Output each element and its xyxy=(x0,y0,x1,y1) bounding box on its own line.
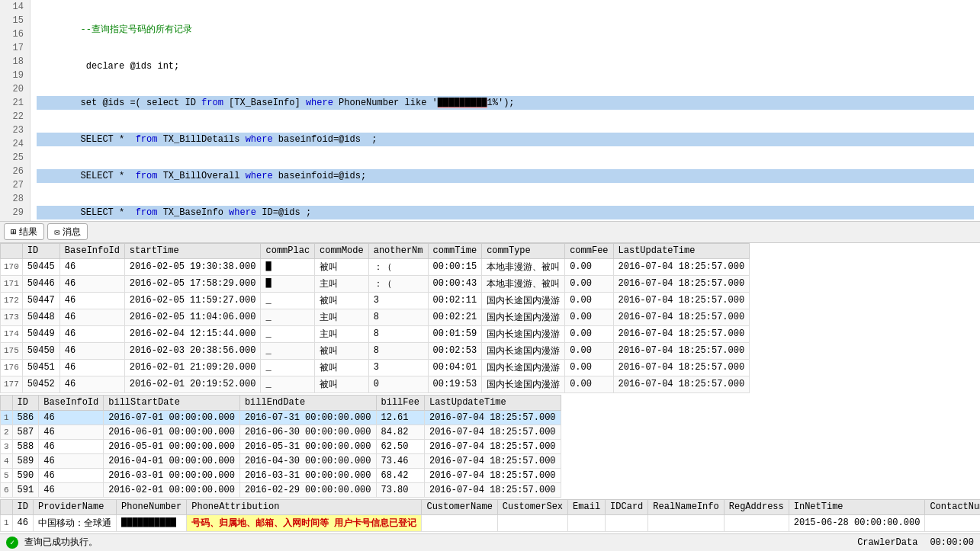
col-phonenumber[interactable]: PhoneNumber xyxy=(117,499,187,514)
col-billfee[interactable]: billFee xyxy=(376,395,424,410)
col-starttime[interactable]: startTime xyxy=(124,243,261,258)
col-email[interactable]: Email xyxy=(568,499,606,514)
status-bar: ✓ 查询已成功执行。 CrawlerData 00:00:00 xyxy=(0,533,980,551)
col-commtime[interactable]: commTime xyxy=(428,243,482,258)
table-icon: ⊞ xyxy=(11,226,16,238)
line-numbers: 14 15 16 17 18 19 20 21 22 23 24 25 26 2… xyxy=(0,0,31,221)
table-row[interactable]: 146中国移动：全球通██████████号码、归属地、邮箱、入网时间等 用户卡… xyxy=(1,514,981,531)
col-innettime[interactable]: InNetTime xyxy=(789,499,925,514)
tab-results[interactable]: ⊞ 结果 xyxy=(4,223,44,240)
table-row[interactable]: 17050445462016-02-05 19:30:38.000█被叫：（00… xyxy=(1,258,750,275)
code-content[interactable]: --查询指定号码的所有记录 declare @ids int; set @ids… xyxy=(31,0,980,221)
tables-area[interactable]: ID BaseInfoId startTime commPlac commMod… xyxy=(0,243,980,533)
message-icon: ✉ xyxy=(54,226,59,238)
table-row[interactable]: 17750452462016-02-01 20:19:52.000_被叫000:… xyxy=(1,376,750,392)
bill-table: ID BaseInfoId billStartDate billEndDate … xyxy=(0,395,561,498)
col-commtype[interactable]: commType xyxy=(482,243,565,258)
col-billstartdate[interactable]: billStartDate xyxy=(104,395,240,410)
col-anothernm[interactable]: anotherNm xyxy=(368,243,428,258)
table-row[interactable]: 1586462016-07-01 00:00:00.0002016-07-31 … xyxy=(1,410,561,424)
tab-bar: ⊞ 结果 ✉ 消息 xyxy=(0,222,980,243)
col-customername[interactable]: CustomerName xyxy=(422,499,497,514)
col-phoneattribution[interactable]: PhoneAttribution xyxy=(187,499,422,514)
baseinfo-table: ID ProviderName PhoneNumber PhoneAttribu… xyxy=(0,499,980,532)
table-row[interactable]: 17650451462016-02-01 21:09:20.000_被叫300:… xyxy=(1,359,750,376)
table-row[interactable]: 6591462016-02-01 00:00:00.0002016-02-29 … xyxy=(1,482,561,497)
col-baseinfoid[interactable]: BaseInfoId xyxy=(39,395,104,410)
code-scrollbar-h[interactable] xyxy=(0,221,980,222)
col-commfee[interactable]: commFee xyxy=(565,243,613,258)
table-row[interactable]: 17250447462016-02-05 11:59:27.000_被叫300:… xyxy=(1,292,750,309)
tab-messages[interactable]: ✉ 消息 xyxy=(47,223,88,240)
col-lastupdatetime[interactable]: LastUpdateTime xyxy=(424,395,561,410)
comm-table: ID BaseInfoId startTime commPlac commMod… xyxy=(0,243,750,393)
table-row[interactable]: 5590462016-03-01 00:00:00.0002016-03-31 … xyxy=(1,468,561,482)
tab-results-label: 结果 xyxy=(19,226,37,239)
code-editor: 14 15 16 17 18 19 20 21 22 23 24 25 26 2… xyxy=(0,0,980,222)
table-row[interactable]: 17150446462016-02-05 17:58:29.000█主叫：（00… xyxy=(1,275,750,292)
col-lastupdatetime[interactable]: LastUpdateTime xyxy=(613,243,750,258)
results-panel: ⊞ 结果 ✉ 消息 ID BaseInfoId startTime xyxy=(0,222,980,533)
col-contactnum[interactable]: ContactNum xyxy=(925,499,980,514)
table-row[interactable]: 4589462016-04-01 00:00:00.0002016-04-30 … xyxy=(1,453,561,468)
col-customersex[interactable]: CustomerSex xyxy=(497,499,567,514)
table-row[interactable]: 17450449462016-02-04 12:15:44.000_主叫800:… xyxy=(1,325,750,342)
col-billenddate[interactable]: billEndDate xyxy=(239,395,376,410)
col-realnameinfo[interactable]: RealNameInfo xyxy=(648,499,724,514)
col-id[interactable]: ID xyxy=(22,243,59,258)
status-message: 查询已成功执行。 xyxy=(24,536,98,549)
col-header xyxy=(1,395,13,410)
table-row[interactable]: 17550450462016-02-03 20:38:56.000_被叫800:… xyxy=(1,342,750,359)
app-container: 14 15 16 17 18 19 20 21 22 23 24 25 26 2… xyxy=(0,0,980,551)
col-header xyxy=(1,499,13,514)
col-regaddress[interactable]: RegAddress xyxy=(724,499,789,514)
col-id[interactable]: ID xyxy=(12,395,39,410)
col-id[interactable]: ID xyxy=(12,499,33,514)
tab-messages-label: 消息 xyxy=(63,226,81,239)
exec-time: 00:00:00 xyxy=(930,537,974,548)
table-row[interactable]: 3588462016-05-01 00:00:00.0002016-05-31 … xyxy=(1,439,561,453)
col-providername[interactable]: ProviderName xyxy=(34,499,117,514)
table-row[interactable]: 17350448462016-02-05 11:04:06.000_主叫800:… xyxy=(1,309,750,325)
col-commmode[interactable]: commMode xyxy=(315,243,369,258)
col-idcard[interactable]: IDCard xyxy=(606,499,648,514)
col-commplac[interactable]: commPlac xyxy=(261,243,315,258)
col-header xyxy=(1,243,23,258)
col-baseinfoid[interactable]: BaseInfoId xyxy=(59,243,124,258)
table-row[interactable]: 2587462016-06-01 00:00:00.0002016-06-30 … xyxy=(1,424,561,439)
db-name: CrawlerData xyxy=(857,537,917,548)
status-icon: ✓ xyxy=(6,537,18,549)
